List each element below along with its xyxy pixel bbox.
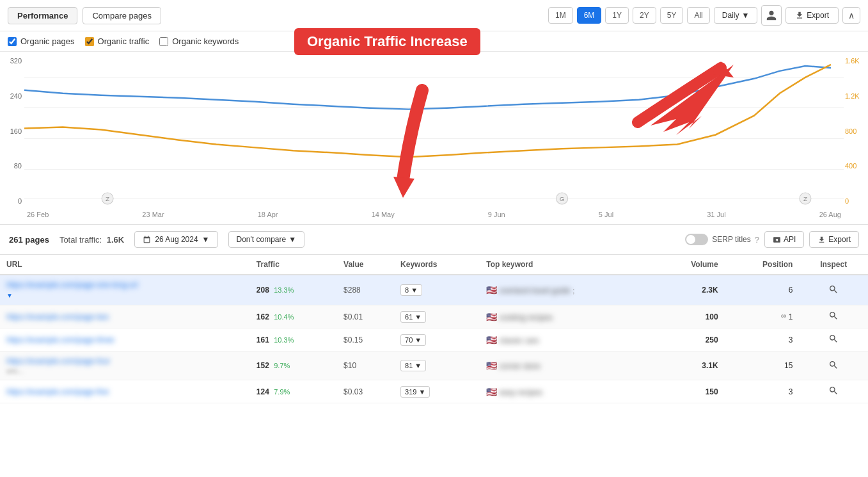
keywords-badge[interactable]: 319 ▼ bbox=[400, 386, 430, 398]
flag-icon: 🇺🇸 bbox=[486, 335, 497, 345]
time-1y[interactable]: 1Y bbox=[605, 7, 629, 24]
inspect-cell bbox=[799, 380, 868, 403]
url-cell: https://example.com/page-one-long-url ▼ bbox=[0, 275, 250, 305]
keywords-badge[interactable]: 81 ▼ bbox=[400, 360, 426, 371]
time-all[interactable]: All bbox=[687, 7, 709, 24]
traffic-cell: 124 7.9% bbox=[250, 380, 337, 403]
expand-url[interactable]: ▼ bbox=[6, 292, 13, 299]
chevron-down-icon: ▼ bbox=[414, 336, 422, 344]
chevron-down-icon: ▼ bbox=[202, 235, 210, 244]
organic-traffic-filter: Organic traffic bbox=[85, 36, 150, 46]
organic-keywords-checkbox[interactable] bbox=[159, 37, 168, 46]
date-picker-button[interactable]: 26 Aug 2024 ▼ bbox=[134, 231, 217, 248]
compare-label: Don't compare bbox=[237, 235, 287, 244]
top-keyword-cell: 🇺🇸 cooking recipes bbox=[480, 305, 655, 328]
position-cell: ⁶⁹ 1 bbox=[725, 305, 800, 328]
time-1m[interactable]: 1M bbox=[548, 7, 573, 24]
organic-traffic-checkbox[interactable] bbox=[85, 37, 94, 46]
export-button-2[interactable]: Export bbox=[809, 231, 859, 248]
organic-pages-label: Organic pages bbox=[20, 36, 75, 46]
data-table: URL Traffic Value Keywords Top keyword V… bbox=[0, 255, 868, 403]
time-2y[interactable]: 2Y bbox=[633, 7, 656, 24]
inspect-cell bbox=[799, 275, 868, 305]
table-row: https://example.com/page-two 162 10.4% $… bbox=[0, 305, 868, 328]
top-bar-left: Performance Compare pages bbox=[8, 7, 161, 24]
keywords-cell: 70 ▼ bbox=[394, 328, 480, 352]
traffic-cell: 161 10.3% bbox=[250, 328, 337, 352]
export-label: Export bbox=[807, 11, 829, 20]
serp-toggle-switch[interactable] bbox=[685, 234, 708, 245]
volume-cell: 100 bbox=[655, 305, 724, 328]
flag-icon: 🇺🇸 bbox=[486, 387, 497, 397]
serp-label: SERP titles bbox=[712, 235, 750, 244]
chevron-down-icon: ▼ bbox=[414, 313, 422, 321]
col-position: Position bbox=[725, 255, 800, 275]
table-row: https://example.com/page-one-long-url ▼ … bbox=[0, 275, 868, 305]
inspect-icon[interactable] bbox=[828, 389, 839, 398]
value-cell: $0.03 bbox=[337, 380, 394, 403]
collapse-button[interactable]: ∧ bbox=[842, 7, 860, 24]
time-6m[interactable]: 6M bbox=[577, 7, 602, 24]
volume-cell: 150 bbox=[655, 380, 724, 403]
col-traffic: Traffic bbox=[250, 255, 337, 275]
position-cell: 3 bbox=[725, 328, 800, 352]
inspect-cell bbox=[799, 352, 868, 380]
flag-icon: 🇺🇸 bbox=[486, 312, 497, 322]
inspect-cell bbox=[799, 305, 868, 328]
url-cell: https://example.com/page-four unc... bbox=[0, 352, 250, 380]
filters-row: Organic pages Organic traffic Organic ke… bbox=[0, 31, 868, 52]
traffic-cell: 208 13.3% bbox=[250, 275, 337, 305]
col-top-keyword: Top keyword bbox=[480, 255, 655, 275]
user-icon[interactable] bbox=[761, 5, 782, 26]
table-row: https://example.com/page-five 124 7.9% $… bbox=[0, 380, 868, 403]
daily-dropdown[interactable]: Daily ▼ bbox=[714, 7, 758, 24]
chevron-down-icon: ▼ bbox=[418, 388, 425, 396]
x-axis: 26 Feb 23 Mar 18 Apr 14 May 9 Jun 5 Jul … bbox=[24, 205, 844, 224]
inspect-icon[interactable] bbox=[828, 337, 839, 346]
daily-label: Daily bbox=[722, 11, 739, 20]
chevron-down-icon: ▼ bbox=[414, 362, 422, 369]
keywords-cell: 8 ▼ bbox=[394, 275, 480, 305]
flag-icon: 🇺🇸 bbox=[486, 360, 497, 371]
value-cell: $10 bbox=[337, 352, 394, 380]
time-5y[interactable]: 5Y bbox=[660, 7, 684, 24]
summary-bar: 261 pages Total traffic: 1.6K 26 Aug 202… bbox=[0, 225, 868, 255]
total-traffic-label: Total traffic: bbox=[59, 235, 102, 245]
serp-info-icon[interactable]: ? bbox=[755, 235, 759, 245]
keywords-cell: 319 ▼ bbox=[394, 380, 480, 403]
compare-pages-tab[interactable]: Compare pages bbox=[83, 7, 161, 24]
total-traffic: Total traffic: 1.6K bbox=[59, 235, 124, 245]
performance-tab[interactable]: Performance bbox=[8, 7, 77, 24]
inspect-icon[interactable] bbox=[828, 363, 839, 372]
table-row: https://example.com/page-three 161 10.3%… bbox=[0, 328, 868, 352]
traffic-cell: 152 9.7% bbox=[250, 352, 337, 380]
api-label: API bbox=[784, 235, 796, 244]
bottom-section: 261 pages Total traffic: 1.6K 26 Aug 202… bbox=[0, 225, 868, 403]
api-button[interactable]: API bbox=[764, 231, 804, 248]
col-url: URL bbox=[0, 255, 250, 275]
inspect-icon[interactable] bbox=[828, 314, 839, 323]
chevron-down-icon: ▼ bbox=[411, 286, 418, 294]
svg-text:Z: Z bbox=[803, 195, 807, 202]
url-cell: https://example.com/page-two bbox=[0, 305, 250, 328]
organic-traffic-label: Organic traffic bbox=[98, 36, 150, 46]
keywords-badge[interactable]: 61 ▼ bbox=[400, 311, 426, 323]
inspect-icon[interactable] bbox=[828, 287, 839, 296]
top-bar-right: 1M 6M 1Y 2Y 5Y All Daily ▼ Export ∧ bbox=[548, 5, 860, 26]
col-volume: Volume bbox=[655, 255, 724, 275]
position-cell: 15 bbox=[725, 352, 800, 380]
value-cell: $0.01 bbox=[337, 305, 394, 328]
keywords-badge[interactable]: 70 ▼ bbox=[400, 334, 426, 346]
url-cell: https://example.com/page-three bbox=[0, 328, 250, 352]
svg-text:G: G bbox=[560, 195, 565, 202]
organic-pages-filter: Organic pages bbox=[8, 36, 75, 46]
organic-pages-checkbox[interactable] bbox=[8, 37, 17, 46]
export-label-2: Export bbox=[828, 235, 851, 244]
export-button[interactable]: Export bbox=[785, 7, 839, 24]
keywords-badge[interactable]: 8 ▼ bbox=[400, 284, 422, 296]
chevron-down-icon: ▼ bbox=[288, 235, 296, 244]
position-cell: 6 bbox=[725, 275, 800, 305]
compare-button[interactable]: Don't compare ▼ bbox=[228, 231, 305, 248]
chart-svg: Z G Z bbox=[24, 52, 844, 205]
top-keyword-cell: 🇺🇸 easy recipes bbox=[480, 380, 655, 403]
